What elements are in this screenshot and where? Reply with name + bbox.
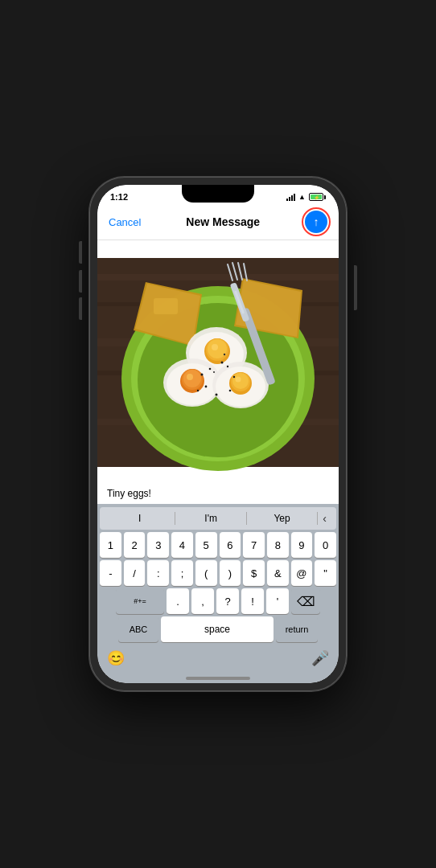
caption-text: Tiny eggs! (97, 485, 339, 504)
svg-point-41 (213, 371, 215, 373)
autocomplete-word-1[interactable]: I (105, 512, 175, 525)
notch (182, 185, 254, 203)
keyboard-row-1: 1 2 3 4 5 6 7 8 9 0 (100, 532, 336, 558)
home-bar (186, 677, 250, 680)
key-hashtag[interactable]: #+= (116, 588, 164, 614)
key-3[interactable]: 3 (147, 532, 169, 558)
cancel-button[interactable]: Cancel (109, 216, 141, 228)
caption-content: Tiny eggs! (107, 488, 151, 499)
bottom-bar: 😊 🎤 (97, 646, 339, 674)
keyboard-row-3: #+= . , ? ! ' ⌫ (100, 588, 336, 614)
svg-point-23 (212, 344, 218, 350)
svg-point-32 (221, 362, 224, 364)
key-dollar[interactable]: $ (243, 560, 265, 586)
phone-frame: 1:12 ▲ ⚡ Cancel (89, 177, 347, 691)
key-period[interactable]: . (167, 588, 189, 614)
status-time: 1:12 (110, 192, 128, 202)
key-at[interactable]: @ (291, 560, 313, 586)
autocomplete-bar: I I'm Yep ‹ (100, 507, 336, 530)
keyboard-row-4: ABC space return (100, 616, 336, 642)
key-amp[interactable]: & (267, 560, 289, 586)
send-button-wrapper[interactable]: ↑ (305, 211, 327, 233)
svg-point-42 (224, 354, 225, 355)
signal-icon (286, 193, 295, 201)
key-5[interactable]: 5 (195, 532, 217, 558)
svg-rect-11 (154, 298, 178, 314)
key-lparen[interactable]: ( (195, 560, 217, 586)
svg-point-40 (197, 390, 199, 391)
svg-point-38 (229, 390, 232, 392)
status-icons: ▲ ⚡ (286, 193, 326, 201)
screen: 1:12 ▲ ⚡ Cancel (97, 185, 339, 683)
content-area: Tiny eggs! (97, 240, 339, 504)
battery-icon: ⚡ (309, 193, 326, 201)
key-space[interactable]: space (161, 616, 274, 642)
key-rparen[interactable]: ) (220, 560, 241, 586)
key-comma[interactable]: , (191, 588, 214, 614)
photo-container (97, 240, 339, 485)
key-exclaim[interactable]: ! (241, 588, 264, 614)
key-2[interactable]: 2 (124, 532, 146, 558)
svg-point-34 (209, 368, 212, 371)
svg-point-37 (205, 386, 208, 388)
key-8[interactable]: 8 (267, 532, 289, 558)
key-question[interactable]: ? (216, 588, 239, 614)
home-indicator-area (97, 674, 339, 683)
svg-point-35 (201, 374, 204, 376)
svg-point-39 (216, 394, 218, 396)
autocomplete-word-3[interactable]: Yep (247, 512, 318, 525)
keyboard-row-2: - / : ; ( ) $ & @ " (100, 560, 336, 586)
key-9[interactable]: 9 (291, 532, 313, 558)
key-return[interactable]: return (276, 616, 318, 642)
phone-screen: 1:12 ▲ ⚡ Cancel (97, 185, 339, 683)
key-apostrophe[interactable]: ' (266, 588, 289, 614)
key-7[interactable]: 7 (243, 532, 265, 558)
key-dash[interactable]: - (100, 560, 121, 586)
key-6[interactable]: 6 (220, 532, 241, 558)
emoji-button[interactable]: 😊 (107, 649, 125, 667)
send-button-highlight-ring (302, 207, 331, 236)
key-abc[interactable]: ABC (118, 616, 158, 642)
svg-point-31 (236, 377, 241, 383)
svg-point-33 (227, 366, 228, 367)
mic-button[interactable]: 🎤 (311, 649, 329, 667)
svg-rect-1 (97, 274, 339, 280)
key-quote[interactable]: " (315, 560, 336, 586)
key-slash[interactable]: / (124, 560, 146, 586)
wifi-icon: ▲ (298, 193, 306, 201)
nav-title: New Message (186, 215, 260, 228)
key-0[interactable]: 0 (315, 532, 336, 558)
key-1[interactable]: 1 (100, 532, 121, 558)
key-semicolon[interactable]: ; (171, 560, 193, 586)
backspace-key[interactable]: ⌫ (291, 588, 320, 614)
svg-point-36 (233, 376, 235, 378)
svg-point-30 (232, 373, 249, 389)
nav-bar: Cancel New Message ↑ (97, 206, 339, 240)
key-4[interactable]: 4 (171, 532, 193, 558)
autocomplete-word-2[interactable]: I'm (175, 512, 246, 525)
keyboard[interactable]: I I'm Yep ‹ 1 2 3 4 5 6 7 8 9 0 (97, 504, 339, 646)
key-colon[interactable]: : (147, 560, 169, 586)
svg-point-27 (187, 374, 193, 380)
autocomplete-dismiss-icon[interactable]: ‹ (318, 510, 331, 526)
food-photo (97, 240, 339, 485)
